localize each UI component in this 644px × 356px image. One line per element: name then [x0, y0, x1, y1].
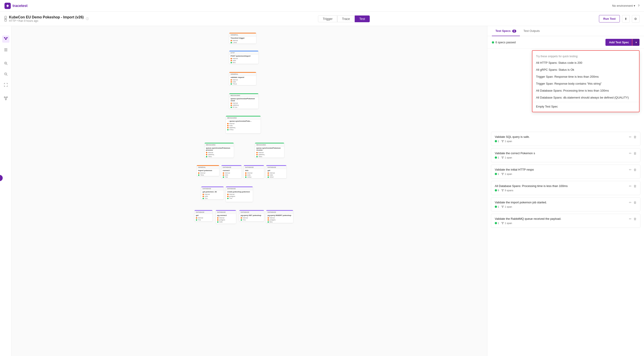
svg-point-52	[502, 222, 502, 223]
spec-card[interactable]: Validate SQL query is safe. 1 1 span ✏ 🗑	[491, 132, 640, 146]
dropdown-item-trigger-body[interactable]: Trigger Span: Response body contains "th…	[532, 80, 639, 87]
flow-node[interactable]: DATABASEget.pokemon_52internalredis7ms	[201, 187, 224, 199]
dropdown-item-db-time[interactable]: All Database Spans: Processing time is l…	[532, 87, 639, 94]
dropdown-item-db-statement[interactable]: All Database Spans: db.statement should …	[532, 94, 639, 101]
svg-point-16	[4, 97, 5, 98]
flow-node[interactable]: MESSAGINGqueue.synchronizePokemon sendin…	[229, 93, 258, 109]
sidebar-icon-fit[interactable]	[2, 81, 10, 88]
sidebar-icon-zoom-out[interactable]	[2, 71, 10, 78]
flow-node[interactable]: DATABASEpg.query:SET pokeshopinternal7ms	[239, 210, 264, 221]
flow-node[interactable]: DATABASEcreate.pokeshop.pokemoninternalp…	[226, 187, 253, 202]
spec-checks: 1	[495, 205, 499, 208]
delete-icon[interactable]: 🗑	[634, 217, 636, 221]
node-row: redis	[244, 174, 264, 176]
node-row: 375us	[226, 129, 260, 131]
node-row: rabbitmq	[255, 153, 284, 155]
flow-node[interactable]: HTTPPOST /pokemon/importinternalredis8ms	[229, 51, 258, 64]
node-row: 62.1us	[229, 106, 258, 108]
node-title: POST /pokemon/import	[229, 55, 258, 58]
node-row: 7ms	[201, 197, 224, 199]
node-dot-icon	[202, 198, 204, 199]
environment-dropdown[interactable]: No environment ▾	[612, 4, 635, 8]
svg-line-56	[502, 223, 502, 223]
flow-node[interactable]: DATABASEinfointernalredis110us	[244, 165, 264, 178]
sidebar-icon-group[interactable]	[2, 95, 10, 102]
flow-node[interactable]: DATABASEpg.connectinternalpostgresredis	[216, 210, 236, 224]
node-row: postgres	[226, 195, 253, 197]
expand-sidebar-button[interactable]: ›	[0, 175, 3, 181]
add-spec-dropdown: Try these snippets for quick testing: Al…	[532, 50, 640, 112]
node-dot-icon	[230, 58, 232, 59]
node-dot-icon	[268, 219, 269, 221]
flow-node[interactable]: GENERALvalidate requestinternalredis741u…	[229, 72, 256, 85]
tab-trace[interactable]: Trace	[337, 16, 354, 22]
edit-icon[interactable]: ✏	[629, 217, 632, 221]
delete-icon[interactable]: 🗑	[634, 168, 636, 171]
sidebar-icon-zoom-in[interactable]	[2, 60, 10, 67]
flow-node[interactable]: MESSAGING → queue.synchronizePoke...inte…	[226, 116, 260, 133]
test-title: KubeCon EU Demo Pokeshop - Import (v26)	[9, 15, 84, 19]
delete-icon[interactable]: 🗑	[634, 135, 636, 139]
node-dot-icon	[196, 219, 197, 221]
nav-right[interactable]: No environment ▾ ?	[612, 4, 640, 8]
spec-spans: 1 span	[501, 222, 512, 225]
back-button[interactable]: ‹	[4, 16, 7, 22]
sidebar-icon-diagram[interactable]	[2, 36, 10, 43]
flow-node[interactable]: DATABASEgetinternalredis422ut	[266, 165, 286, 178]
help-icon[interactable]: ?	[638, 4, 640, 8]
spec-card[interactable]: Validate the RabbitMQ queue received the…	[491, 214, 640, 228]
edit-icon[interactable]: ✏	[629, 135, 632, 139]
tab-group: Trigger Trace Test	[318, 16, 370, 22]
dropdown-item-trigger-time[interactable]: Trigger Span: Response time is less than…	[532, 73, 639, 80]
flow-node[interactable]: DATABASEpg.query:INSERT pokeshopinternal…	[266, 210, 293, 223]
spec-spans: 9 spans	[501, 189, 513, 192]
dropdown-item-empty[interactable]: Empty Test Spec	[532, 103, 639, 110]
flow-node[interactable]: MESSAGINGqueue.synchronizePokemon proces…	[204, 143, 234, 157]
spec-card[interactable]: All Database Spans: Processing time is l…	[491, 181, 640, 195]
export-icon[interactable]: ⬆	[622, 15, 630, 23]
spans-icon	[501, 140, 504, 142]
node-type-label: HTTP	[229, 51, 258, 55]
node-type-label: DATABASE	[239, 211, 264, 214]
node-row: internal	[201, 193, 224, 195]
tab-test-specs[interactable]: Test Specs 6	[492, 26, 520, 36]
delete-icon[interactable]: 🗑	[634, 201, 636, 204]
spec-card[interactable]: Validate the correct Pokemon s 1 1 span …	[491, 148, 640, 162]
svg-rect-2	[6, 37, 8, 38]
add-spec-arrow-button[interactable]: ▾	[632, 39, 640, 46]
node-dot-icon	[223, 172, 224, 174]
delete-icon[interactable]: 🗑	[634, 151, 636, 155]
edit-icon[interactable]: ✏	[629, 168, 632, 171]
delete-icon[interactable]: 🗑	[634, 184, 636, 188]
node-title: queue.synchronizePokemon process	[204, 146, 234, 151]
edit-icon[interactable]: ✏	[629, 151, 632, 155]
node-row: internal	[266, 217, 293, 219]
spec-card[interactable]: Validate the initial HTTP respo 1 1 span…	[491, 164, 640, 179]
sidebar-icon-list[interactable]	[2, 46, 10, 53]
info-icon[interactable]: ⓘ	[86, 17, 89, 21]
node-dot-icon	[256, 152, 258, 153]
spec-card[interactable]: Validate the import pokemon job started.…	[491, 197, 640, 212]
edit-icon[interactable]: ✏	[629, 184, 632, 188]
tab-test-outputs[interactable]: Test Outputs	[520, 26, 544, 36]
flow-node[interactable]: DATABASEgetinternal7ms	[194, 210, 212, 221]
node-dot-icon	[198, 174, 200, 176]
run-test-button[interactable]: Run Test	[599, 15, 620, 23]
edit-icon[interactable]: ✏	[629, 201, 632, 204]
node-dot-icon	[245, 176, 246, 178]
flow-node[interactable]: GENERALTracetest triggerinternal1.4ms	[229, 33, 256, 44]
node-row: 7ms	[239, 219, 264, 221]
add-spec-main-button[interactable]: Add Test Spec	[606, 39, 632, 46]
dropdown-item-http[interactable]: All HTTP Spans: Status code is 200	[532, 59, 639, 66]
tab-test[interactable]: Test	[355, 16, 370, 22]
diagram-canvas: GENERALTracetest triggerinternal1.4msHTT…	[12, 26, 487, 356]
svg-line-33	[503, 157, 503, 158]
node-dot-icon	[227, 198, 228, 199]
flow-node[interactable]: MESSAGINGqueue.synchronizePokemon receiv…	[255, 143, 284, 157]
flow-node[interactable]: GENERALimport pokemoninternal74ms	[197, 165, 219, 176]
dropdown-item-grpc[interactable]: All gRPC Spans: Status is Ok	[532, 66, 639, 73]
node-type-label: DATABASE	[266, 166, 286, 169]
tab-trigger[interactable]: Trigger	[318, 16, 337, 22]
flow-node[interactable]: DATABASEconnectinternalredis74ut	[222, 165, 242, 178]
settings-icon[interactable]: ⚙	[632, 15, 640, 23]
